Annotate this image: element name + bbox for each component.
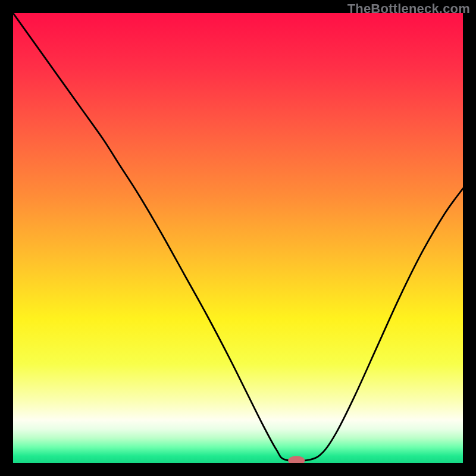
gradient-background — [13, 13, 463, 463]
plot-svg — [13, 13, 463, 463]
watermark-label: TheBottleneck.com — [347, 1, 470, 17]
chart-frame: TheBottleneck.com — [0, 0, 476, 476]
plot-area — [13, 13, 463, 463]
